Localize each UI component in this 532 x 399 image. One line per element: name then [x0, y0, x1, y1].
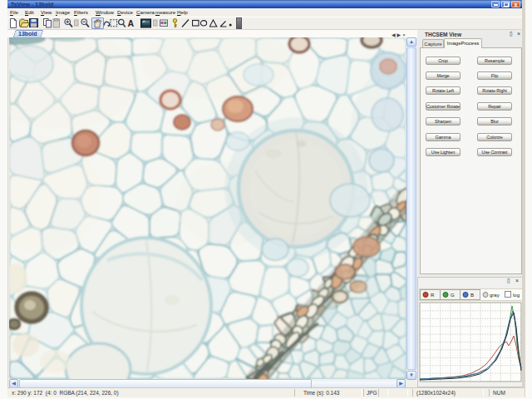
svg-text:B: B [470, 293, 474, 298]
svg-text:R: R [431, 293, 435, 298]
svg-text:log: log [513, 293, 520, 298]
svg-text:G: G [451, 293, 455, 298]
svg-text:gray: gray [490, 293, 500, 298]
